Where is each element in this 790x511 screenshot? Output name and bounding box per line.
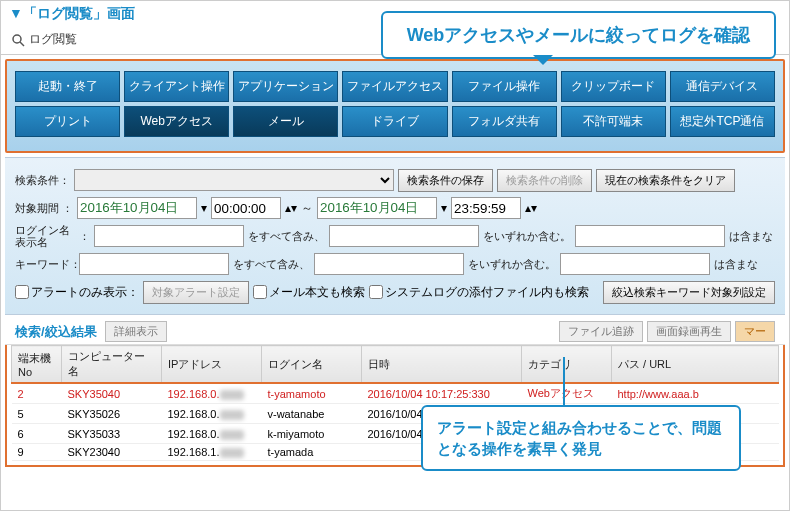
alert-config-button[interactable]: 対象アラート設定 — [143, 281, 249, 304]
keyword-label: キーワード： — [15, 258, 75, 270]
tab-不許可端末[interactable]: 不許可端末 — [561, 106, 666, 137]
results-header: 検索/絞込結果 詳細表示 ファイル追跡 画面録画再生 マー — [5, 315, 785, 345]
keyword-any-input[interactable] — [314, 253, 464, 275]
keyword-excl-input[interactable] — [560, 253, 710, 275]
table-cell: 192.168.1. — [162, 444, 262, 461]
stepper-icon[interactable]: ▴▾ — [525, 201, 537, 215]
hint-any-2: をいずれか含む。 — [468, 257, 556, 272]
syslog-label: システムログの添付ファイル内も検索 — [385, 284, 589, 301]
table-cell: 5 — [12, 404, 62, 424]
col-header[interactable]: コンピューター名 — [62, 346, 162, 384]
alert-only-checkbox[interactable]: アラートのみ表示： — [15, 284, 139, 301]
tab-アプリケーション[interactable]: アプリケーション — [233, 71, 338, 102]
col-header[interactable]: カテゴリ — [522, 346, 612, 384]
table-cell: 9 — [12, 444, 62, 461]
tab-ファイルアクセス[interactable]: ファイルアクセス — [342, 71, 447, 102]
table-cell: k-miyamoto — [262, 424, 362, 444]
alert-only-check[interactable] — [15, 285, 29, 299]
file-trace-button[interactable]: ファイル追跡 — [559, 321, 643, 342]
colon: ： — [79, 229, 90, 244]
tab-ファイル操作[interactable]: ファイル操作 — [452, 71, 557, 102]
table-cell: t-yamada — [262, 444, 362, 461]
login-label: ログイン名 表示名 — [15, 224, 75, 248]
table-cell: 192.168.0. — [162, 383, 262, 404]
screen-rec-button[interactable]: 画面録画再生 — [647, 321, 731, 342]
tab-クリップボード[interactable]: クリップボード — [561, 71, 666, 102]
hint-any-1: をいずれか含む。 — [483, 229, 571, 244]
category-tabs: 起動・終了クライアント操作アプリケーションファイルアクセスファイル操作クリップボ… — [5, 59, 785, 153]
narrow-cols-button[interactable]: 絞込検索キーワード対象列設定 — [603, 281, 775, 304]
table-header-row: 端末機Noコンピューター名IPアドレスログイン名日時カテゴリパス / URL — [12, 346, 779, 384]
search-icon — [11, 33, 25, 47]
date-from-input[interactable] — [77, 197, 197, 219]
table-cell: SKY35026 — [62, 404, 162, 424]
tab-ドライブ[interactable]: ドライブ — [342, 106, 447, 137]
results-title: 検索/絞込結果 — [15, 323, 97, 341]
table-cell: http://www.aaa.b — [612, 383, 779, 404]
tab-メール[interactable]: メール — [233, 106, 338, 137]
table-cell: SKY23040 — [62, 444, 162, 461]
breadcrumb-text: ログ閲覧 — [29, 31, 77, 48]
hint-excl-2: は含まな — [714, 257, 758, 272]
col-header[interactable]: パス / URL — [612, 346, 779, 384]
table-cell: 6 — [12, 424, 62, 444]
table-cell: 2 — [12, 383, 62, 404]
tab-起動・終了[interactable]: 起動・終了 — [15, 71, 120, 102]
mark-button[interactable]: マー — [735, 321, 775, 342]
date-to-input[interactable] — [317, 197, 437, 219]
table-cell: 192.168.0. — [162, 404, 262, 424]
callout-top-text: Webアクセスやメールに絞ってログを確認 — [397, 23, 760, 47]
hint-excl-1: は含まな — [729, 229, 773, 244]
dropdown-icon[interactable]: ▾ — [201, 201, 207, 215]
delete-cond-button[interactable]: 検索条件の削除 — [497, 169, 592, 192]
time-from-input[interactable] — [211, 197, 281, 219]
login-excl-input[interactable] — [575, 225, 725, 247]
mail-body-check[interactable] — [253, 285, 267, 299]
table-cell: 192.168.0. — [162, 424, 262, 444]
table-cell: t-yamamoto — [262, 383, 362, 404]
col-header[interactable]: 日時 — [362, 346, 522, 384]
stepper-icon[interactable]: ▴▾ — [285, 201, 297, 215]
login-any-input[interactable] — [329, 225, 479, 247]
mail-body-label: メール本文も検索 — [269, 284, 365, 301]
range-tilde: ～ — [301, 200, 313, 217]
table-cell: SKY35040 — [62, 383, 162, 404]
tab-想定外TCP通信[interactable]: 想定外TCP通信 — [670, 106, 775, 137]
callout-bottom-text: アラート設定と組み合わせることで、問題となる操作を素早く発見 — [437, 417, 725, 459]
keyword-all-input[interactable] — [79, 253, 229, 275]
mail-body-checkbox[interactable]: メール本文も検索 — [253, 284, 365, 301]
clear-cond-button[interactable]: 現在の検索条件をクリア — [596, 169, 735, 192]
hint-all-1: をすべて含み、 — [248, 229, 325, 244]
save-cond-button[interactable]: 検索条件の保存 — [398, 169, 493, 192]
svg-point-0 — [13, 35, 21, 43]
period-label: 対象期間 ： — [15, 201, 73, 216]
table-cell: Webアクセス — [522, 383, 612, 404]
table-row[interactable]: 2SKY35040192.168.0.t-yamamoto2016/10/04 … — [12, 383, 779, 404]
time-to-input[interactable] — [451, 197, 521, 219]
tab-クライアント操作[interactable]: クライアント操作 — [124, 71, 229, 102]
col-header[interactable]: ログイン名 — [262, 346, 362, 384]
col-header[interactable]: 端末機No — [12, 346, 62, 384]
col-header[interactable]: IPアドレス — [162, 346, 262, 384]
search-cond-label: 検索条件： — [15, 173, 70, 188]
detail-view-button[interactable]: 詳細表示 — [105, 321, 167, 342]
search-cond-select[interactable] — [74, 169, 394, 191]
search-panel: 検索条件： 検索条件の保存 検索条件の削除 現在の検索条件をクリア 対象期間 ：… — [5, 157, 785, 315]
hint-all-2: をすべて含み、 — [233, 257, 310, 272]
table-cell: 2016/10/04 10:17:25:330 — [362, 383, 522, 404]
svg-line-1 — [20, 42, 24, 46]
tab-プリント[interactable]: プリント — [15, 106, 120, 137]
tab-通信デバイス[interactable]: 通信デバイス — [670, 71, 775, 102]
tab-Webアクセス[interactable]: Webアクセス — [124, 106, 229, 137]
tab-フォルダ共有[interactable]: フォルダ共有 — [452, 106, 557, 137]
syslog-checkbox[interactable]: システムログの添付ファイル内も検索 — [369, 284, 589, 301]
table-cell: v-watanabe — [262, 404, 362, 424]
callout-top: Webアクセスやメールに絞ってログを確認 — [381, 11, 776, 59]
syslog-check[interactable] — [369, 285, 383, 299]
login-all-input[interactable] — [94, 225, 244, 247]
table-cell: SKY35033 — [62, 424, 162, 444]
alert-only-label: アラートのみ表示： — [31, 284, 139, 301]
callout-bottom: アラート設定と組み合わせることで、問題となる操作を素早く発見 — [421, 405, 741, 471]
dropdown-icon[interactable]: ▾ — [441, 201, 447, 215]
